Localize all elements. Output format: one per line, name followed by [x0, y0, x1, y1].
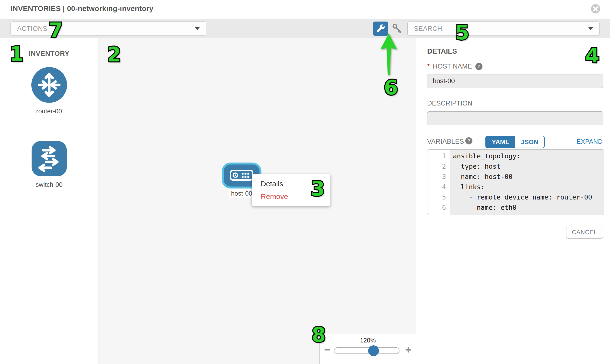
- router-icon: [31, 100, 68, 104]
- sidebar-title: INVENTORY: [0, 50, 98, 58]
- toolbar: ACTIONS: [0, 19, 610, 38]
- host-name-input[interactable]: [427, 74, 603, 88]
- line-text: name: host-00: [450, 172, 513, 182]
- zoom-level-value: 120%: [320, 337, 416, 344]
- line-number: 4: [427, 182, 450, 192]
- palette-item-label: router-00: [0, 107, 98, 115]
- line-text: remote_interface_name: eth0: [450, 213, 584, 215]
- variables-label: VARIABLES: [427, 138, 464, 145]
- host-name-label: HOST NAME: [433, 63, 472, 70]
- search-dropdown-label: SEARCH: [414, 25, 588, 33]
- wrench-icon: [376, 24, 385, 34]
- details-panel: DETAILS * HOST NAME ? DESCRIPTION VARIAB…: [416, 38, 610, 364]
- line-number: 1: [427, 151, 450, 161]
- host-icon: [230, 169, 254, 182]
- context-menu: Details Remove: [252, 174, 330, 206]
- line-number: 7: [427, 213, 450, 215]
- toggle-json[interactable]: JSON: [515, 136, 544, 148]
- key-icon: [391, 23, 402, 35]
- variables-code-editor[interactable]: 1ansible_topology: 2 type: host 3 name: …: [427, 149, 604, 215]
- actions-dropdown[interactable]: ACTIONS: [11, 22, 206, 36]
- chevron-down-icon: [195, 27, 200, 30]
- code-line: 3 name: host-00: [427, 172, 604, 182]
- code-line: 4 links:: [427, 182, 604, 192]
- code-line: 7 remote_interface_name: eth0: [427, 213, 604, 215]
- cancel-button[interactable]: CANCEL: [566, 226, 603, 239]
- expand-link[interactable]: EXPAND: [576, 138, 603, 145]
- zoom-in-button[interactable]: +: [405, 345, 411, 355]
- code-line: 1ansible_topology:: [427, 151, 604, 161]
- inventory-sidebar: INVENTORY router-00: [0, 38, 98, 364]
- page-title: INVENTORIES | 00-networking-inventory: [11, 4, 154, 13]
- description-label: DESCRIPTION: [427, 100, 472, 107]
- zoom-panel: 120% − +: [319, 334, 416, 364]
- close-icon[interactable]: [590, 4, 601, 14]
- host-name-label-row: * HOST NAME ?: [427, 62, 482, 70]
- line-text: name: eth0: [450, 202, 517, 213]
- search-dropdown[interactable]: SEARCH: [407, 22, 600, 36]
- code-line: 5 - remote_device_name: router-00: [427, 192, 604, 202]
- zoom-slider[interactable]: [334, 347, 400, 354]
- line-number: 2: [427, 161, 450, 172]
- zoom-out-button[interactable]: −: [324, 345, 330, 355]
- chevron-down-icon: [588, 27, 593, 30]
- toggle-yaml[interactable]: YAML: [486, 136, 515, 148]
- line-text: ansible_topology:: [450, 151, 520, 161]
- build-mode-button[interactable]: [373, 22, 388, 36]
- line-text: - remote_device_name: router-00: [450, 192, 592, 202]
- line-number: 6: [427, 202, 450, 213]
- line-text: type: host: [450, 161, 501, 172]
- palette-item-label: switch-00: [0, 181, 98, 188]
- palette-item-router[interactable]: router-00: [0, 66, 98, 115]
- palette-item-switch[interactable]: switch-00: [0, 140, 98, 188]
- line-number: 3: [427, 172, 450, 182]
- line-number: 5: [427, 192, 450, 202]
- key-button[interactable]: [391, 23, 403, 35]
- editor-lines: 1ansible_topology: 2 type: host 3 name: …: [427, 151, 604, 215]
- help-icon[interactable]: ?: [465, 137, 472, 144]
- app-window: INVENTORIES | 00-networking-inventory AC…: [0, 0, 610, 364]
- menu-item-remove[interactable]: Remove: [252, 190, 330, 203]
- variables-row: VARIABLES ? YAML JSON EXPAND: [427, 135, 603, 149]
- required-marker: *: [427, 62, 430, 70]
- help-icon[interactable]: ?: [475, 63, 482, 70]
- description-input[interactable]: [427, 111, 603, 125]
- actions-dropdown-label: ACTIONS: [17, 25, 195, 33]
- switch-icon: [31, 174, 67, 178]
- page-header: INVENTORIES | 00-networking-inventory: [0, 0, 610, 19]
- details-panel-title: DETAILS: [427, 47, 457, 55]
- variables-format-toggle: YAML JSON: [485, 136, 545, 148]
- menu-item-details[interactable]: Details: [252, 178, 330, 190]
- code-line: 6 name: eth0: [427, 202, 604, 213]
- code-line: 2 type: host: [427, 161, 604, 172]
- topology-canvas[interactable]: host-00 Details Remove 120% − +: [98, 38, 416, 364]
- zoom-slider-handle[interactable]: [368, 345, 379, 356]
- node-label: host-00: [229, 189, 255, 198]
- line-text: links:: [450, 182, 485, 192]
